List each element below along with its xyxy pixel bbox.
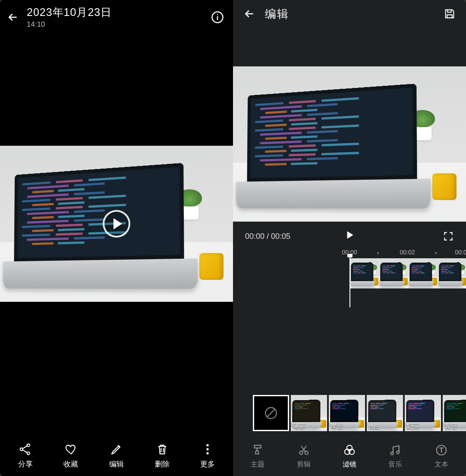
playhead[interactable]: [350, 256, 350, 307]
tab-text[interactable]: 文本: [424, 443, 459, 469]
play-icon[interactable]: [103, 210, 130, 238]
filter-label: 奶茶: [406, 422, 419, 430]
editor-back-icon[interactable]: [242, 6, 257, 22]
filter-label: INS: [368, 423, 379, 430]
brush-icon: [250, 443, 265, 457]
none-icon: [264, 406, 278, 420]
viewer-bottom-bar: 分享 收藏 编辑 删除 更多: [0, 438, 233, 473]
favorite-label: 收藏: [63, 459, 78, 469]
ruler-tick: 00:04: [455, 249, 466, 256]
edit-label: 编辑: [109, 459, 124, 469]
share-button[interactable]: 分享: [8, 442, 43, 469]
editor-tab-bar: 主题 剪辑 滤镜 音乐 文本: [233, 439, 466, 473]
filter-row: 薄雾 摩登 INS 奶茶 青苔: [233, 395, 466, 431]
filter-option[interactable]: 奶茶: [405, 395, 441, 431]
ruler-dot: [435, 252, 437, 254]
filter-none[interactable]: [253, 395, 289, 431]
more-vertical-icon: [200, 442, 215, 457]
tab-filter[interactable]: 滤镜: [332, 443, 367, 469]
filter-option[interactable]: INS: [367, 395, 403, 431]
svg-point-5: [27, 452, 29, 454]
share-icon: [18, 442, 33, 457]
svg-point-3: [20, 448, 22, 451]
filter-label: 摩登: [331, 422, 343, 430]
favorite-button[interactable]: 收藏: [54, 442, 88, 469]
viewer-header: 2023年10月23日 14:10: [0, 0, 233, 32]
delete-button[interactable]: 删除: [145, 442, 179, 469]
filter-circles-icon: [342, 443, 357, 457]
music-icon: [388, 443, 403, 457]
svg-point-6: [207, 444, 209, 446]
ruler-dot: [377, 252, 379, 254]
scissors-icon: [296, 443, 311, 457]
delete-label: 删除: [155, 459, 170, 469]
editor-title: 编辑: [265, 6, 434, 22]
filter-option[interactable]: 摩登: [329, 395, 365, 431]
pencil-icon: [109, 442, 124, 457]
share-label: 分享: [18, 459, 33, 469]
more-button[interactable]: 更多: [190, 442, 225, 469]
filter-option[interactable]: 薄雾: [291, 395, 327, 431]
back-icon[interactable]: [5, 9, 21, 25]
tab-label: 滤镜: [343, 460, 356, 469]
tab-trim[interactable]: 剪辑: [287, 443, 321, 469]
timeline-frame[interactable]: [408, 258, 438, 288]
svg-point-4: [27, 444, 29, 447]
heart-icon: [63, 442, 78, 457]
fullscreen-button[interactable]: [355, 231, 454, 242]
svg-line-10: [268, 410, 275, 417]
trash-icon: [155, 442, 170, 457]
video-thumbnail[interactable]: [0, 146, 233, 302]
gallery-viewer-panel: 2023年10月23日 14:10 分享: [0, 0, 233, 476]
svg-point-17: [397, 451, 399, 454]
title-block: 2023年10月23日 14:10: [27, 5, 204, 29]
edit-button[interactable]: 编辑: [99, 442, 134, 469]
playback-time: 00:00 / 00:05: [245, 232, 344, 241]
svg-point-16: [391, 452, 394, 454]
filter-label: 青苔: [444, 422, 457, 430]
timeline-frame[interactable]: [379, 258, 408, 288]
editor-preview[interactable]: [233, 66, 466, 222]
timeline-frame[interactable]: [438, 258, 466, 288]
tab-label: 音乐: [388, 460, 402, 469]
timeline-strip[interactable]: [233, 258, 466, 301]
ruler-tick: 00:02: [400, 249, 415, 256]
photo-time: 14:10: [27, 20, 204, 29]
svg-point-7: [207, 448, 209, 450]
time-separator: /: [264, 232, 271, 241]
info-icon[interactable]: [210, 9, 225, 25]
tab-label: 剪辑: [297, 460, 311, 469]
play-button[interactable]: [344, 229, 355, 243]
time-total: 00:05: [271, 232, 290, 241]
time-current: 00:00: [245, 232, 264, 241]
text-icon: [434, 443, 449, 457]
more-label: 更多: [200, 459, 215, 469]
filter-label: 薄雾: [293, 422, 305, 430]
video-editor-panel: 编辑 00:00 / 00:05 00:00: [233, 0, 466, 476]
photo-date: 2023年10月23日: [27, 5, 204, 19]
svg-point-2: [217, 14, 218, 15]
filter-option[interactable]: 青苔: [443, 395, 466, 431]
svg-point-8: [207, 452, 209, 454]
tab-theme[interactable]: 主题: [240, 443, 275, 469]
tab-label: 文本: [435, 460, 448, 469]
tab-music[interactable]: 音乐: [378, 443, 412, 469]
playback-bar: 00:00 / 00:05: [233, 222, 466, 246]
timeline-frame[interactable]: [350, 258, 379, 288]
tab-label: 主题: [251, 460, 264, 469]
save-icon[interactable]: [442, 6, 457, 22]
editor-header: 编辑: [233, 0, 466, 28]
